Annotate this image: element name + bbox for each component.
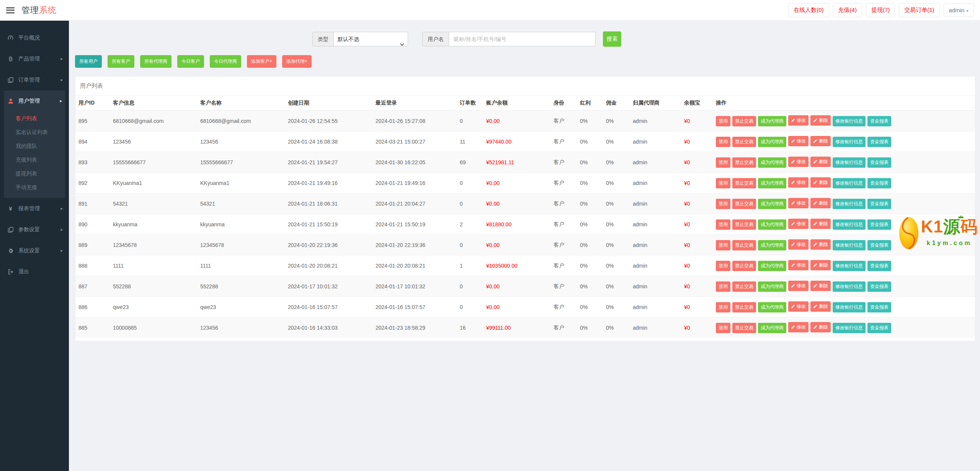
sidebar-subitem-customer-list[interactable]: 客户列表 xyxy=(4,111,65,125)
sidebar-item-logout[interactable]: 退出 xyxy=(0,261,69,282)
all-customers-button[interactable]: 所有客户 xyxy=(108,55,134,68)
edit-button[interactable]: 修改 xyxy=(788,322,808,332)
forbid-trade-button[interactable]: 禁止交易 xyxy=(732,240,756,250)
make-agent-button[interactable]: 成为代理商 xyxy=(758,261,786,271)
username-input[interactable] xyxy=(449,32,596,46)
edit-button[interactable]: 修改 xyxy=(788,260,808,270)
disable-button[interactable]: 禁用 xyxy=(716,116,730,126)
brand-logo[interactable]: 管理系统 xyxy=(21,5,57,16)
edit-bank-info-button[interactable]: 修改银行信息 xyxy=(833,240,866,250)
all-users-button[interactable]: 所有用户 xyxy=(75,55,102,68)
delete-button[interactable]: 删除 xyxy=(810,301,831,312)
edit-button[interactable]: 修改 xyxy=(788,219,808,229)
edit-bank-info-button[interactable]: 修改银行信息 xyxy=(833,281,866,292)
make-agent-button[interactable]: 成为代理商 xyxy=(758,281,786,292)
make-agent-button[interactable]: 成为代理商 xyxy=(758,219,786,230)
disable-button[interactable]: 禁用 xyxy=(716,137,730,147)
sidebar-item-reports[interactable]: ¥ 报表管理 ▸ xyxy=(0,198,69,219)
today-customers-button[interactable]: 今日客户 xyxy=(177,55,204,68)
edit-bank-info-button[interactable]: 修改银行信息 xyxy=(833,261,866,271)
add-agent-button[interactable]: 添加代理+ xyxy=(282,55,312,68)
make-agent-button[interactable]: 成为代理商 xyxy=(758,240,786,250)
edit-button[interactable]: 修改 xyxy=(788,301,808,312)
delete-button[interactable]: 删除 xyxy=(810,136,831,146)
sidebar-subitem-recharge-list[interactable]: 充值列表 xyxy=(4,153,65,167)
delete-button[interactable]: 删除 xyxy=(810,239,831,250)
sidebar-item-system[interactable]: 系统设置 ▸ xyxy=(0,240,69,261)
delete-button[interactable]: 删除 xyxy=(810,198,831,208)
nav-online-count[interactable]: 在线人数(0) xyxy=(788,3,829,17)
add-customer-button[interactable]: 添加客户+ xyxy=(247,55,276,68)
funds-report-button[interactable]: 资金报表 xyxy=(867,178,891,188)
make-agent-button[interactable]: 成为代理商 xyxy=(758,199,786,209)
user-menu[interactable]: admin▾ xyxy=(944,3,974,17)
forbid-trade-button[interactable]: 禁止交易 xyxy=(732,219,756,230)
forbid-trade-button[interactable]: 禁止交易 xyxy=(732,157,756,168)
delete-button[interactable]: 删除 xyxy=(810,322,831,332)
edit-bank-info-button[interactable]: 修改银行信息 xyxy=(833,116,866,126)
edit-bank-info-button[interactable]: 修改银行信息 xyxy=(833,178,866,188)
sidebar-item-overview[interactable]: 平台概况 xyxy=(0,27,69,48)
sidebar-item-products[interactable]: 产品管理 ▸ xyxy=(0,48,69,69)
forbid-trade-button[interactable]: 禁止交易 xyxy=(732,261,756,271)
nav-withdraw[interactable]: 提现(7) xyxy=(866,3,895,17)
funds-report-button[interactable]: 资金报表 xyxy=(867,199,891,209)
disable-button[interactable]: 禁用 xyxy=(716,302,730,312)
forbid-trade-button[interactable]: 禁止交易 xyxy=(732,281,756,292)
make-agent-button[interactable]: 成为代理商 xyxy=(758,116,786,126)
sidebar-item-users[interactable]: 用户管理 ▸ xyxy=(4,90,65,111)
edit-bank-info-button[interactable]: 修改银行信息 xyxy=(833,137,866,147)
edit-button[interactable]: 修改 xyxy=(788,136,808,146)
make-agent-button[interactable]: 成为代理商 xyxy=(758,302,786,312)
delete-button[interactable]: 删除 xyxy=(810,281,831,291)
search-button[interactable]: 搜索 xyxy=(603,31,621,47)
make-agent-button[interactable]: 成为代理商 xyxy=(758,157,786,168)
sidebar-subitem-realname-list[interactable]: 实名认证列表 xyxy=(4,125,65,139)
today-agents-button[interactable]: 今日代理商 xyxy=(210,55,241,68)
funds-report-button[interactable]: 资金报表 xyxy=(867,137,891,147)
edit-button[interactable]: 修改 xyxy=(788,157,808,167)
menu-toggle-icon[interactable] xyxy=(6,7,15,13)
funds-report-button[interactable]: 资金报表 xyxy=(867,281,891,292)
funds-report-button[interactable]: 资金报表 xyxy=(867,261,891,271)
all-agents-button[interactable]: 所有代理商 xyxy=(140,55,172,68)
forbid-trade-button[interactable]: 禁止交易 xyxy=(732,116,756,126)
make-agent-button[interactable]: 成为代理商 xyxy=(758,137,786,147)
make-agent-button[interactable]: 成为代理商 xyxy=(758,323,786,333)
disable-button[interactable]: 禁用 xyxy=(716,178,730,188)
delete-button[interactable]: 删除 xyxy=(810,157,831,167)
forbid-trade-button[interactable]: 禁止交易 xyxy=(732,323,756,333)
disable-button[interactable]: 禁用 xyxy=(716,157,730,168)
forbid-trade-button[interactable]: 禁止交易 xyxy=(732,302,756,312)
edit-bank-info-button[interactable]: 修改银行信息 xyxy=(833,302,866,312)
sidebar-subitem-manual-recharge[interactable]: 手动充值 xyxy=(4,180,65,194)
forbid-trade-button[interactable]: 禁止交易 xyxy=(732,178,756,188)
edit-bank-info-button[interactable]: 修改银行信息 xyxy=(833,323,866,333)
funds-report-button[interactable]: 资金报表 xyxy=(867,219,891,230)
disable-button[interactable]: 禁用 xyxy=(716,323,730,333)
type-select[interactable]: 默认不选 xyxy=(333,32,408,46)
edit-bank-info-button[interactable]: 修改银行信息 xyxy=(833,157,866,168)
disable-button[interactable]: 禁用 xyxy=(716,199,730,209)
disable-button[interactable]: 禁用 xyxy=(716,240,730,250)
disable-button[interactable]: 禁用 xyxy=(716,261,730,271)
edit-button[interactable]: 修改 xyxy=(788,281,808,291)
funds-report-button[interactable]: 资金报表 xyxy=(867,240,891,250)
disable-button[interactable]: 禁用 xyxy=(716,281,730,292)
funds-report-button[interactable]: 资金报表 xyxy=(867,157,891,168)
sidebar-item-params[interactable]: 参数设置 ▸ xyxy=(0,219,69,240)
funds-report-button[interactable]: 资金报表 xyxy=(867,116,891,126)
edit-button[interactable]: 修改 xyxy=(788,115,808,126)
edit-button[interactable]: 修改 xyxy=(788,239,808,250)
edit-button[interactable]: 修改 xyxy=(788,198,808,208)
nav-recharge[interactable]: 充值(4) xyxy=(833,3,862,17)
edit-bank-info-button[interactable]: 修改银行信息 xyxy=(833,199,866,209)
funds-report-button[interactable]: 资金报表 xyxy=(867,302,891,312)
edit-bank-info-button[interactable]: 修改银行信息 xyxy=(833,219,866,230)
sidebar-subitem-withdraw-list[interactable]: 提现列表 xyxy=(4,167,65,180)
nav-trade-orders[interactable]: 交易订单(1) xyxy=(899,3,939,17)
delete-button[interactable]: 删除 xyxy=(810,260,831,270)
make-agent-button[interactable]: 成为代理商 xyxy=(758,178,786,188)
delete-button[interactable]: 删除 xyxy=(810,115,831,126)
forbid-trade-button[interactable]: 禁止交易 xyxy=(732,199,756,209)
